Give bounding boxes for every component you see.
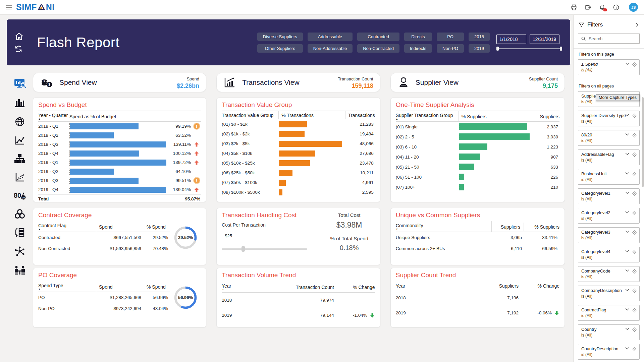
table-row[interactable]: 20187,196 <box>396 290 559 305</box>
table-row[interactable]: (01) Single2,937 <box>396 122 559 132</box>
chevron-down-icon[interactable] <box>625 230 629 233</box>
spend-view-card[interactable]: $$ Spend View Spend$2.26bn <box>33 73 206 92</box>
cost-slider[interactable] <box>222 246 307 252</box>
eraser-icon[interactable] <box>632 62 637 67</box>
filter-card[interactable]: CountryDescriptionis (All) <box>578 344 640 360</box>
filter-card[interactable]: CompanyDescriptionis (All) <box>578 286 640 301</box>
table-row[interactable]: Non-PO$973,242,69443.04% <box>38 303 170 314</box>
filter-card[interactable]: Categorylevel3is (All) <box>578 227 640 243</box>
filter-chip[interactable]: Non-PO <box>437 44 464 53</box>
cost-per-transaction-input[interactable] <box>222 231 251 240</box>
table-row[interactable]: 2018 - Q4100.12% <box>38 149 201 158</box>
chevron-down-icon[interactable] <box>625 172 629 175</box>
table-row[interactable]: (05) $10k - $25k23,478 <box>222 158 375 168</box>
filter-card[interactable]: AddressableFlagis (All) <box>578 149 640 165</box>
date-to-input[interactable] <box>530 35 559 44</box>
table-row[interactable]: (04) 11 - 20907 <box>396 152 559 162</box>
filter-chip[interactable]: 2019 <box>469 44 490 53</box>
table-row[interactable]: 2018 - Q3139.11% <box>38 140 201 149</box>
hierarchy-icon[interactable] <box>14 154 25 164</box>
eraser-icon[interactable] <box>632 153 637 157</box>
column-header[interactable]: Spend <box>96 223 143 231</box>
chevron-down-icon[interactable] <box>625 114 629 116</box>
filter-search-input[interactable] <box>589 36 637 41</box>
column-header[interactable]: % Change <box>334 283 375 291</box>
table-row[interactable]: 2019 - Q4139.04% <box>38 185 201 194</box>
table-row[interactable]: 2019 - Q1139.72% <box>38 158 201 167</box>
filter-chip[interactable]: Indirects <box>404 44 432 53</box>
filter-chip[interactable]: Addressable <box>308 33 353 41</box>
filter-chip[interactable]: Contracted <box>357 33 399 41</box>
filter-card[interactable]: Categorylevel2is (All) <box>578 208 640 224</box>
eraser-icon[interactable] <box>632 114 637 118</box>
chevron-down-icon[interactable] <box>625 289 629 291</box>
bar-chart-icon[interactable] <box>14 98 25 108</box>
table-row[interactable]: (02) 2 - 53,039 <box>396 132 559 142</box>
collaboration-icon[interactable] <box>14 265 26 275</box>
date-from-input[interactable] <box>496 35 526 44</box>
table-row[interactable]: PO$1,288,265,66856.96% <box>38 292 170 303</box>
print-icon[interactable] <box>571 4 577 11</box>
scatter-plot-icon[interactable] <box>14 172 25 182</box>
chevron-down-icon[interactable] <box>625 191 629 194</box>
chevron-down-icon[interactable] <box>625 327 629 330</box>
column-header[interactable]: % Spend <box>143 283 170 291</box>
eraser-icon[interactable] <box>632 308 637 312</box>
column-header[interactable]: Suppliers <box>533 112 559 120</box>
column-header[interactable]: Contract Flag▲ <box>38 221 96 232</box>
refresh-icon[interactable] <box>14 45 24 53</box>
column-header[interactable]: % Suppliers <box>459 112 533 120</box>
filter-chip[interactable]: Diverse Suppliers <box>257 33 303 41</box>
table-row[interactable]: (02) $1k - $2k19,484 <box>222 129 375 139</box>
filter-chip[interactable]: Non-Contracted <box>357 44 399 53</box>
filter-card[interactable]: Σ Spendis (All) <box>578 59 640 75</box>
chevron-down-icon[interactable] <box>625 133 629 136</box>
table-row[interactable]: 20197,192-0.06% <box>396 305 559 320</box>
line-chart-icon[interactable] <box>14 135 25 145</box>
column-header[interactable]: Suppliers <box>492 223 524 231</box>
transactions-view-card[interactable]: Transactions View Transaction Count159,1… <box>216 73 380 92</box>
filter-chip[interactable]: 2018 <box>469 33 490 41</box>
menu-icon[interactable] <box>6 5 12 9</box>
filter-card[interactable]: BusinessUnitis (All) <box>578 169 640 185</box>
eraser-icon[interactable] <box>632 211 637 215</box>
table-row[interactable]: 2018 - Q199.19%! <box>38 122 201 131</box>
column-header[interactable]: Spend Type▼ <box>38 281 96 292</box>
spend-analytics-icon[interactable] <box>13 78 26 89</box>
notifications-icon[interactable] <box>599 4 605 11</box>
chevron-down-icon[interactable] <box>625 269 629 272</box>
column-header[interactable]: % Spend <box>143 223 170 231</box>
table-row[interactable]: (07) 100+210 <box>396 182 559 192</box>
slider-handle-left[interactable] <box>496 47 499 51</box>
table-row[interactable]: 201979,144-1.04% <box>222 308 375 323</box>
cost-slider-handle[interactable] <box>241 246 245 252</box>
home-icon[interactable] <box>14 32 24 41</box>
table-row[interactable]: (06) $25k - $50k10,211 <box>222 168 375 178</box>
table-row[interactable]: Unique Suppliers3,06533.41% <box>396 232 559 243</box>
table-row[interactable]: Contracted$667,551,50329.52% <box>38 232 170 243</box>
workflow-icon[interactable] <box>14 228 25 238</box>
table-row[interactable]: Common across 2+ BUs6,11066.59% <box>396 243 559 254</box>
filter-card[interactable]: 80/20is (All) <box>578 130 640 146</box>
table-row[interactable]: 2018 - Q263.52% <box>38 131 201 140</box>
info-icon[interactable] <box>613 4 620 11</box>
eraser-icon[interactable] <box>632 133 637 137</box>
filter-search[interactable] <box>578 34 640 44</box>
eraser-icon[interactable] <box>632 172 637 176</box>
chevron-down-icon[interactable] <box>625 308 629 311</box>
column-header[interactable]: Supplier Transaction Group▲ <box>396 111 459 121</box>
filter-card[interactable]: Supplier Diversity Typeis (All) <box>578 111 640 126</box>
globe-icon[interactable] <box>14 116 25 127</box>
chevron-down-icon[interactable] <box>625 250 629 252</box>
eraser-icon[interactable] <box>632 250 637 254</box>
network-icon[interactable] <box>14 246 25 257</box>
column-header[interactable]: Year▲ <box>222 281 247 292</box>
eraser-icon[interactable] <box>632 289 637 293</box>
filter-card[interactable]: CompanyCodeis (All) <box>578 266 640 282</box>
table-row[interactable]: (06) 51 - 100226 <box>396 172 559 182</box>
filter-chip[interactable]: Non-Addressable <box>308 44 353 53</box>
table-row[interactable]: (04) $5k - $10k27,686 <box>222 148 375 158</box>
supplier-view-card[interactable]: Supplier View Supplier Count9,175 <box>390 73 565 92</box>
column-header[interactable]: Year <box>396 281 421 290</box>
column-header[interactable]: Spend as % of Budget <box>69 112 201 120</box>
